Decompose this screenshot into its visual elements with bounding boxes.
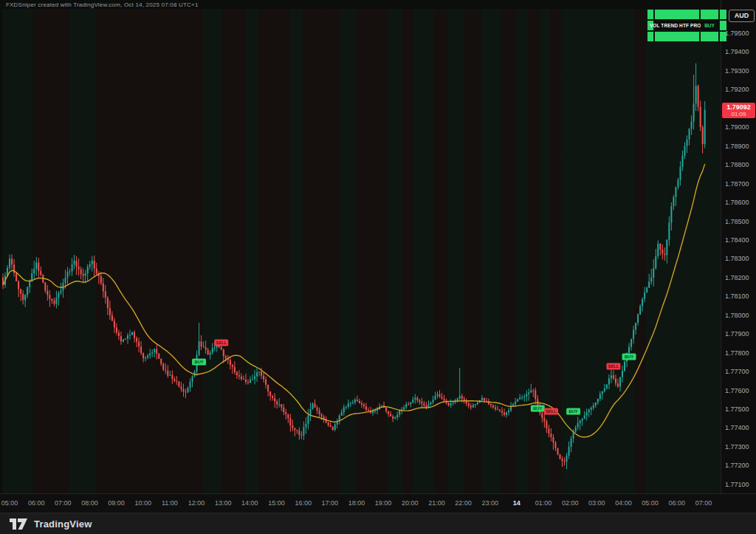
time-tick: 04:00	[615, 499, 632, 507]
price-tick: 1.79500	[725, 30, 749, 37]
svg-text:SELL: SELL	[216, 340, 227, 345]
last-price-flag: 1.79092 01:09	[722, 103, 755, 118]
price-tick: 1.77100	[725, 481, 749, 488]
panel-cell	[701, 32, 718, 41]
time-tick: 18:00	[348, 499, 365, 507]
svg-text:BUY: BUY	[568, 409, 577, 414]
signal-sell-label: SELL	[606, 363, 620, 369]
price-tick: 1.78300	[725, 255, 749, 262]
price-tick: 1.77500	[725, 405, 749, 413]
time-tick: 16:00	[295, 499, 312, 507]
price-tick: 1.77700	[725, 368, 749, 375]
panel-cell	[720, 21, 726, 30]
time-tick: 08:00	[81, 499, 98, 507]
time-tick: 05:00	[1, 499, 18, 507]
price-tick: 1.78900	[725, 143, 749, 150]
price-tick: 1.79000	[725, 123, 749, 131]
time-tick: 22:00	[455, 499, 472, 507]
time-tick: 10:00	[134, 499, 151, 507]
time-tick: 02:00	[562, 499, 579, 507]
price-tick: 1.78800	[725, 161, 749, 168]
price-tick: 1.79300	[725, 67, 749, 75]
time-tick: 12:00	[188, 499, 205, 507]
price-tick: 1.78200	[725, 274, 749, 281]
price-tick: 1.77200	[725, 462, 749, 469]
time-tick: 13:00	[215, 499, 232, 507]
panel-cell	[655, 32, 699, 41]
tradingview-snapshot: BUYSELLBUYSELLBUYSELLBUY FXDSniper creat…	[0, 0, 756, 534]
price-tick: 1.78000	[725, 312, 749, 319]
signal-buy-label: BUY	[531, 405, 545, 411]
price-tick: 1.77300	[725, 443, 749, 451]
candlestick-chart[interactable]: BUYSELLBUYSELLBUYSELLBUY	[0, 0, 721, 493]
time-tick: 23:00	[481, 499, 498, 507]
time-axis[interactable]: 05:0006:0007:0008:0009:0010:0011:0012:00…	[0, 493, 756, 513]
time-tick: 09:00	[108, 499, 125, 507]
time-tick: 21:00	[428, 499, 445, 507]
panel-signal-value: BUY	[701, 21, 718, 30]
tradingview-logo-text: TradingView	[34, 518, 92, 530]
panel-cell	[720, 10, 726, 19]
time-tick: 07:00	[55, 499, 72, 507]
panel-cell	[647, 10, 653, 19]
price-tick: 1.79400	[725, 48, 749, 55]
price-tick: 1.79200	[725, 86, 749, 93]
tradingview-logo[interactable]: TradingView	[10, 518, 92, 530]
price-tick: 1.77600	[725, 387, 749, 394]
chart-plot-area[interactable]: BUYSELLBUYSELLBUYSELLBUY FXDSniper creat…	[0, 0, 721, 493]
svg-text:SELL: SELL	[546, 409, 557, 414]
price-tick: 1.78600	[725, 199, 749, 206]
time-tick: 07:00	[695, 499, 712, 507]
svg-text:BUY: BUY	[194, 360, 203, 364]
time-tick: 14:00	[241, 499, 258, 507]
time-tick: 01:00	[535, 499, 552, 507]
time-tick: 06:00	[28, 499, 45, 507]
dot-grid	[0, 9, 721, 493]
time-tick: 19:00	[375, 499, 392, 507]
last-price-value: 1.79092	[722, 104, 755, 111]
panel-cell	[701, 10, 718, 19]
price-tick: 1.78400	[725, 236, 749, 244]
currency-badge: AUD	[729, 10, 755, 22]
time-tick: 14	[513, 499, 520, 507]
price-axis[interactable]: 1.795001.794001.793001.792001.790001.789…	[721, 0, 756, 513]
time-tick: 05:00	[642, 499, 659, 507]
footer-bar: TradingView	[0, 513, 756, 534]
panel-cell	[647, 32, 653, 41]
svg-text:SELL: SELL	[608, 364, 619, 369]
price-tick: 1.78500	[725, 218, 749, 225]
panel-cell	[655, 10, 699, 19]
price-tick: 1.77900	[725, 330, 749, 338]
price-tick: 1.78700	[725, 180, 749, 188]
svg-text:BUY: BUY	[533, 406, 542, 411]
price-tick: 1.77400	[725, 424, 749, 431]
signal-buy-label: BUY	[192, 359, 206, 366]
signal-sell-label: SELL	[544, 408, 558, 415]
time-tick: 15:00	[268, 499, 285, 507]
price-tick: 1.77800	[725, 349, 749, 357]
signal-buy-label: BUY	[622, 353, 636, 360]
tradingview-logo-icon	[10, 518, 29, 530]
svg-text:BUY: BUY	[625, 355, 633, 359]
time-tick: 03:00	[588, 499, 605, 507]
candle-countdown: 01:09	[722, 112, 755, 117]
time-tick: 20:00	[402, 499, 419, 507]
panel-cell	[720, 32, 726, 41]
chart-attribution: FXDSniper created with TradingView.com, …	[6, 1, 199, 8]
panel-title: VOL TREND HTF PROB	[655, 21, 699, 30]
time-tick: 06:00	[668, 499, 685, 507]
signal-sell-label: SELL	[214, 339, 228, 346]
time-tick: 17:00	[322, 499, 339, 507]
vol-trend-htf-prob-panel: VOL TREND HTF PROB BUY	[647, 10, 726, 41]
price-tick: 1.78100	[725, 292, 749, 300]
time-tick: 11:00	[162, 499, 178, 507]
signal-buy-label: BUY	[566, 408, 580, 415]
